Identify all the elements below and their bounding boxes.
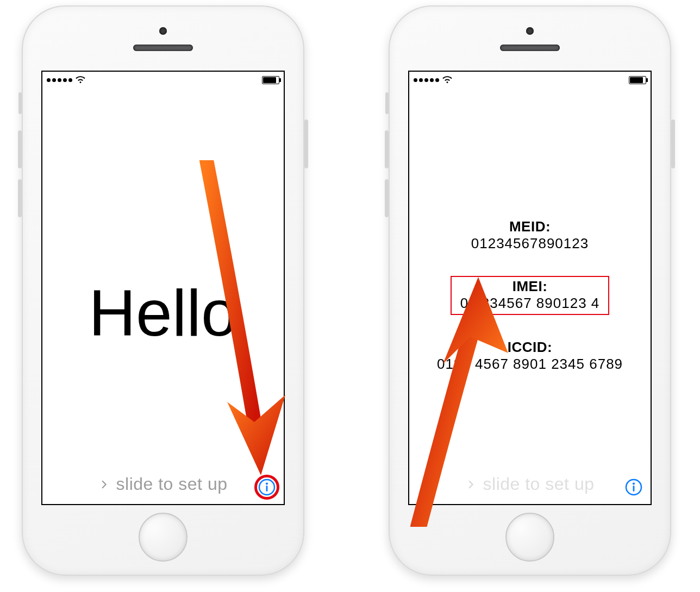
iccid-label: ICCID: bbox=[409, 339, 651, 356]
iccid-row: ICCID: 0123 4567 8901 2345 6789 bbox=[409, 339, 651, 373]
info-button[interactable] bbox=[258, 478, 276, 496]
earpiece bbox=[500, 45, 560, 51]
volume-down-button bbox=[18, 179, 22, 217]
screen-device-info: MEID: 01234567890123 IMEI: 01 234567 890… bbox=[408, 71, 652, 505]
earpiece bbox=[133, 45, 193, 51]
slide-to-setup[interactable]: slide to set up bbox=[99, 474, 228, 494]
power-button bbox=[304, 119, 308, 168]
volume-down-button bbox=[385, 179, 389, 217]
front-camera-icon bbox=[159, 27, 167, 35]
volume-up-button bbox=[385, 130, 389, 168]
chevron-right-icon bbox=[466, 477, 476, 492]
mute-switch bbox=[385, 92, 389, 114]
meid-row: MEID: 01234567890123 bbox=[409, 218, 651, 252]
svg-rect-2 bbox=[266, 486, 268, 492]
imei-row: IMEI: 01 234567 890123 4 bbox=[409, 276, 651, 315]
signal-icon bbox=[47, 78, 72, 82]
slide-to-setup[interactable]: slide to set up bbox=[466, 474, 595, 494]
home-button[interactable] bbox=[505, 513, 554, 562]
battery-icon bbox=[262, 76, 279, 84]
welcome-greeting: Hello bbox=[42, 275, 284, 350]
imei-value: 01 234567 890123 4 bbox=[460, 295, 600, 312]
iphone-device-right: MEID: 01234567890123 IMEI: 01 234567 890… bbox=[389, 5, 671, 576]
slide-to-setup-label: slide to set up bbox=[116, 474, 228, 494]
annotation-highlight-box: IMEI: 01 234567 890123 4 bbox=[451, 276, 610, 315]
screen-welcome: Hello slide to set up bbox=[41, 71, 285, 505]
front-camera-icon bbox=[526, 27, 534, 35]
status-bar bbox=[409, 72, 651, 88]
power-button bbox=[671, 119, 675, 168]
volume-up-button bbox=[18, 130, 22, 168]
wifi-icon bbox=[442, 75, 452, 85]
svg-point-1 bbox=[266, 482, 268, 484]
chevron-right-icon bbox=[99, 477, 109, 492]
mute-switch bbox=[18, 92, 22, 114]
meid-value: 01234567890123 bbox=[409, 235, 651, 252]
svg-point-4 bbox=[633, 482, 635, 484]
battery-icon bbox=[629, 76, 646, 84]
meid-label: MEID: bbox=[409, 218, 651, 235]
signal-icon bbox=[414, 78, 439, 82]
wifi-icon bbox=[76, 75, 85, 85]
info-button[interactable] bbox=[624, 478, 643, 496]
svg-rect-5 bbox=[633, 486, 635, 492]
imei-label: IMEI: bbox=[460, 278, 600, 295]
status-bar bbox=[42, 72, 284, 88]
home-button[interactable] bbox=[139, 513, 188, 562]
iphone-device-left: Hello slide to set up bbox=[22, 5, 304, 576]
slide-to-setup-label: slide to set up bbox=[483, 474, 595, 494]
iccid-value: 0123 4567 8901 2345 6789 bbox=[409, 356, 651, 373]
